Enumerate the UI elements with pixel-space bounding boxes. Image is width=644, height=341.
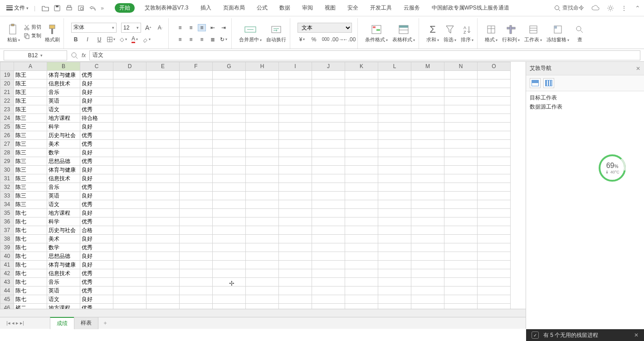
cell-H23[interactable]	[246, 105, 279, 114]
cell-J24[interactable]	[312, 114, 345, 123]
cell-M32[interactable]	[411, 183, 444, 192]
cell-F33[interactable]	[180, 192, 213, 200]
cell-J20[interactable]	[312, 79, 345, 88]
more-qat-icon[interactable]: »	[101, 5, 104, 11]
cell-F42[interactable]	[180, 269, 213, 278]
align-left-button[interactable]: ≡	[176, 36, 184, 43]
cell-E35[interactable]	[146, 209, 180, 217]
panel-view-columns-button[interactable]	[543, 78, 554, 88]
cell-F39[interactable]	[180, 243, 213, 252]
cell-L45[interactable]	[378, 295, 411, 304]
cell-L32[interactable]	[378, 183, 411, 192]
cell-L20[interactable]	[378, 79, 411, 88]
cell-A39[interactable]: 陈七	[14, 243, 47, 252]
cell-C29[interactable]: 优秀	[80, 157, 113, 166]
clear-format-button[interactable]	[142, 35, 151, 44]
cell-B43[interactable]: 音乐	[47, 278, 80, 287]
cell-O30[interactable]	[478, 166, 511, 174]
cell-F23[interactable]	[180, 105, 213, 114]
cell-G41[interactable]	[213, 261, 246, 269]
cell-O44[interactable]	[478, 287, 511, 295]
cell-G35[interactable]	[213, 209, 246, 217]
cell-N32[interactable]	[444, 183, 478, 192]
cell-K33[interactable]	[345, 192, 378, 200]
cell-D46[interactable]	[113, 304, 146, 309]
sort-button[interactable]: AZ排序	[461, 24, 473, 43]
cell-H21[interactable]	[246, 88, 279, 97]
cell-F29[interactable]	[180, 157, 213, 166]
row-header-46[interactable]: 46	[0, 304, 14, 309]
format-button[interactable]: 格式	[485, 24, 498, 43]
cell-F27[interactable]	[180, 140, 213, 148]
cell-D29[interactable]	[113, 157, 146, 166]
cell-J31[interactable]	[312, 174, 345, 183]
cell-C39[interactable]: 优秀	[80, 243, 113, 252]
cell-M36[interactable]	[411, 217, 444, 226]
row-header-24[interactable]: 24	[0, 114, 14, 123]
ribbon-tab-6[interactable]: 审阅	[300, 2, 315, 14]
col-header-D[interactable]: D	[113, 62, 146, 71]
cell-F40[interactable]	[180, 252, 213, 261]
align-top-button[interactable]: ≡	[176, 24, 184, 31]
cell-E30[interactable]	[146, 166, 180, 174]
spreadsheet-grid[interactable]: ABCDEFGHIJKLMNO19陈王体育与健康优秀20陈王信息技术良好21陈王…	[0, 62, 526, 309]
select-all-corner[interactable]	[0, 62, 14, 71]
cell-K24[interactable]	[345, 114, 378, 123]
cell-N43[interactable]	[444, 278, 478, 287]
cell-C37[interactable]: 合格	[80, 226, 113, 235]
cell-E25[interactable]	[146, 123, 180, 131]
cell-B23[interactable]: 语文	[47, 105, 80, 114]
cell-N19[interactable]	[444, 71, 478, 79]
wrap-text-button[interactable]: 自动换行	[266, 24, 286, 43]
col-header-B[interactable]: B	[47, 62, 80, 71]
cell-G36[interactable]	[213, 217, 246, 226]
cell-A41[interactable]: 陈七	[14, 261, 47, 269]
cell-N39[interactable]	[444, 243, 478, 252]
cell-L35[interactable]	[378, 209, 411, 217]
indent-increase-button[interactable]: ⇥	[220, 24, 228, 31]
cell-N24[interactable]	[444, 114, 478, 123]
cell-K23[interactable]	[345, 105, 378, 114]
cell-J25[interactable]	[312, 123, 345, 131]
cell-A40[interactable]: 陈七	[14, 252, 47, 261]
cell-E46[interactable]	[146, 304, 180, 309]
name-box[interactable]: B12▾	[4, 50, 67, 60]
cell-C43[interactable]: 优秀	[80, 278, 113, 287]
cell-K41[interactable]	[345, 261, 378, 269]
cell-G40[interactable]	[213, 252, 246, 261]
bold-button[interactable]: B	[71, 35, 80, 44]
ribbon-tab-10[interactable]: 云服务	[402, 2, 422, 14]
cell-N34[interactable]	[444, 200, 478, 209]
cell-K26[interactable]	[345, 131, 378, 140]
horizontal-scrollbar[interactable]	[0, 309, 526, 317]
cell-L39[interactable]	[378, 243, 411, 252]
cell-C45[interactable]: 良好	[80, 295, 113, 304]
cell-M39[interactable]	[411, 243, 444, 252]
cell-A26[interactable]: 陈三	[14, 131, 47, 140]
cell-F38[interactable]	[180, 235, 213, 243]
print-preview-icon[interactable]	[77, 5, 84, 12]
cell-O23[interactable]	[478, 105, 511, 114]
cell-B39[interactable]: 数学	[47, 243, 80, 252]
cell-G43[interactable]	[213, 278, 246, 287]
cell-C42[interactable]: 优秀	[80, 269, 113, 278]
cell-J28[interactable]	[312, 148, 345, 157]
cell-H33[interactable]	[246, 192, 279, 200]
cell-I43[interactable]	[279, 278, 312, 287]
cell-E42[interactable]	[146, 269, 180, 278]
cell-L34[interactable]	[378, 200, 411, 209]
row-header-43[interactable]: 43	[0, 278, 14, 287]
cell-M45[interactable]	[411, 295, 444, 304]
cell-J26[interactable]	[312, 131, 345, 140]
cell-H42[interactable]	[246, 269, 279, 278]
cell-F25[interactable]	[180, 123, 213, 131]
cell-N40[interactable]	[444, 252, 478, 261]
cell-L40[interactable]	[378, 252, 411, 261]
cell-D35[interactable]	[113, 209, 146, 217]
cell-B31[interactable]: 信息技术	[47, 174, 80, 183]
cell-O34[interactable]	[478, 200, 511, 209]
cell-D25[interactable]	[113, 123, 146, 131]
cell-O33[interactable]	[478, 192, 511, 200]
cell-C22[interactable]: 良好	[80, 97, 113, 105]
cell-D26[interactable]	[113, 131, 146, 140]
